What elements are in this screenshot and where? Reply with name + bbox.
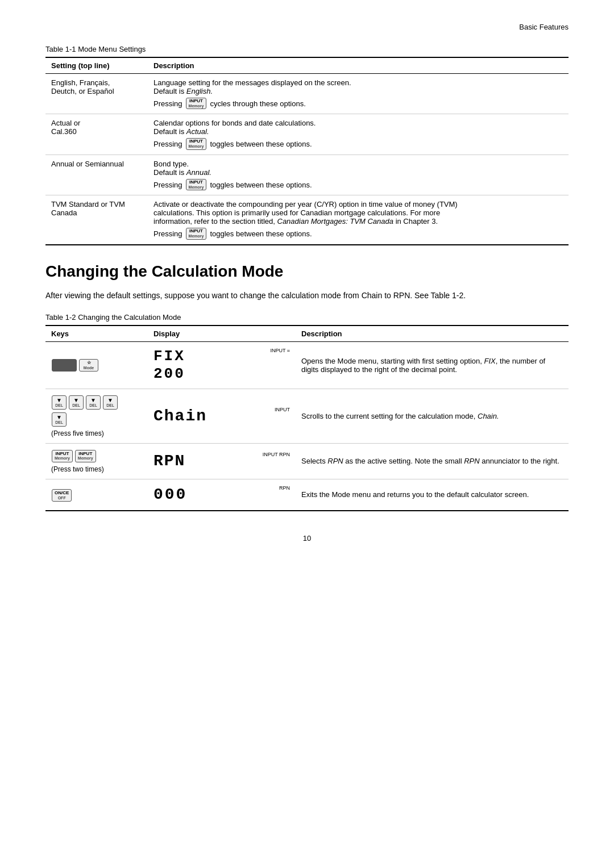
table-row: ☆ Mode FIX INPUT = 200 <box>45 341 569 389</box>
desc-cell: Opens the Mode menu, starting with first… <box>296 341 569 389</box>
table-row: ▼ DEL ▼ DEL ▼ DEL ▼ DEL <box>45 389 569 443</box>
setting-cell: Annual or Semiannual <box>45 155 148 195</box>
table1: Setting (top line) Description English, … <box>45 57 569 245</box>
display-cell: Chain INPUT <box>148 389 296 443</box>
del-key: ▼ DEL <box>52 395 67 410</box>
input-key2: INPUT Memory <box>75 450 96 462</box>
input-key: INPUT Memory <box>186 138 207 149</box>
input-key: INPUT Memory <box>186 228 207 239</box>
table1-col2-header: Description <box>148 57 569 74</box>
setting-cell: Actual or Cal.360 <box>45 114 148 155</box>
display-cell: 000 RPN <box>148 479 296 511</box>
page-number: 10 <box>45 534 569 542</box>
wide-key <box>52 359 77 372</box>
keys-cell: ▼ DEL ▼ DEL ▼ DEL ▼ DEL <box>45 389 148 443</box>
table-row: ON/CE OFF 000 RPN Exits the Mode menu an… <box>45 479 569 511</box>
del-key: ▼ DEL <box>103 395 118 410</box>
input-key1: INPUT Memory <box>52 450 73 462</box>
table-row: INPUT Memory INPUT Memory (Press two tim… <box>45 443 569 479</box>
table-row: Annual or Semiannual Bond type. Default … <box>45 155 569 195</box>
page-header: Basic Features <box>45 23 569 31</box>
table-row: Actual or Cal.360 Calendar options for b… <box>45 114 569 155</box>
setting-cell: TVM Standard or TVM Canada <box>45 195 148 245</box>
table2-col3-header: Description <box>296 326 569 342</box>
table2-label: Table 1-2 Changing the Calculation Mode <box>45 313 569 322</box>
setting-cell: English, Français, Deutch, or Español <box>45 74 148 114</box>
del-key: ▼ DEL <box>52 412 67 427</box>
keys-cell: INPUT Memory INPUT Memory (Press two tim… <box>45 443 148 479</box>
table1-label: Table 1-1 Mode Menu Settings <box>45 45 569 53</box>
del-key: ▼ DEL <box>86 395 101 410</box>
press-note: (Press five times) <box>51 429 142 437</box>
mode-key: ☆ Mode <box>79 359 98 372</box>
desc-cell: Activate or deactivate the compounding p… <box>148 195 569 245</box>
desc-cell: Bond type. Default is Annual. Pressing I… <box>148 155 569 195</box>
table2-col2-header: Display <box>148 326 296 342</box>
header-title: Basic Features <box>519 23 569 31</box>
display-cell: FIX INPUT = 200 <box>148 341 296 389</box>
table-row: English, Français, Deutch, or Español La… <box>45 74 569 114</box>
del-key: ▼ DEL <box>69 395 84 410</box>
section-title: Changing the Calculation Mode <box>45 262 569 281</box>
table2-col1-header: Keys <box>45 326 148 342</box>
desc-cell: Scrolls to the current setting for the c… <box>296 389 569 443</box>
table1-col1-header: Setting (top line) <box>45 57 148 74</box>
desc-cell: Calendar options for bonds and date calc… <box>148 114 569 155</box>
once-key: ON/CE OFF <box>52 489 72 502</box>
press-note: (Press two times) <box>51 465 142 473</box>
table-row: TVM Standard or TVM Canada Activate or d… <box>45 195 569 245</box>
display-cell: RPN INPUT RPN <box>148 443 296 479</box>
input-key: INPUT Memory <box>186 179 207 190</box>
desc-cell: Exits the Mode menu and returns you to t… <box>296 479 569 511</box>
input-key: INPUT Memory <box>186 98 207 109</box>
table2: Keys Display Description ☆ <box>45 325 569 511</box>
desc-cell: Selects RPN as the active setting. Note … <box>296 443 569 479</box>
keys-cell: ☆ Mode <box>45 341 148 389</box>
section-intro: After viewing the default settings, supp… <box>45 290 569 302</box>
desc-cell: Language setting for the messages displa… <box>148 74 569 114</box>
keys-cell: ON/CE OFF <box>45 479 148 511</box>
